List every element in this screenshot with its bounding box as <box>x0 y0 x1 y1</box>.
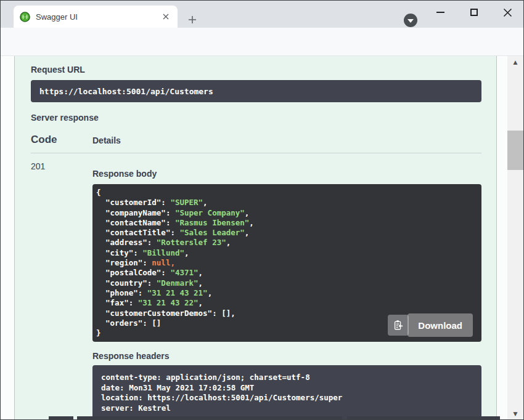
browser-window: Swagger UI <box>0 0 524 420</box>
code-column-header: Code <box>31 134 92 146</box>
tab-overflow-button[interactable] <box>404 14 417 27</box>
minimize-button[interactable] <box>432 6 448 19</box>
browser-toolbar: localhost:5001/swagger/index.html <box>1 28 523 56</box>
close-icon <box>503 8 512 17</box>
response-body-label: Response body <box>92 161 481 179</box>
swagger-opblock-panel: Request URL https://localhost:5001/api/C… <box>14 56 497 419</box>
next-section-sliver <box>347 416 500 419</box>
swagger-favicon-icon <box>20 12 30 22</box>
scroll-down-icon[interactable]: ▼ <box>507 408 523 419</box>
page-scrollbar[interactable]: ▲ ▼ <box>507 56 523 419</box>
maximize-button[interactable] <box>466 6 482 19</box>
download-button[interactable]: Download <box>407 313 473 337</box>
status-code: 201 <box>31 161 92 419</box>
tab-title: Swagger UI <box>36 12 160 22</box>
browser-tab[interactable]: Swagger UI <box>14 6 178 28</box>
request-url-value: https://localhost:5001/api/Customers <box>31 80 481 102</box>
title-bar: Swagger UI <box>1 1 523 28</box>
request-url-label: Request URL <box>31 65 481 75</box>
copy-to-clipboard-button[interactable] <box>388 315 409 336</box>
response-table-header: Code Details <box>31 134 481 153</box>
page-viewport: Request URL https://localhost:5001/api/C… <box>1 56 523 419</box>
scroll-up-icon[interactable]: ▲ <box>507 57 523 67</box>
minimize-icon <box>436 12 444 13</box>
scrollbar-thumb[interactable] <box>507 131 523 170</box>
response-details-cell: Response body { "customerId": "SUPER", "… <box>92 161 481 419</box>
close-button[interactable] <box>499 6 515 19</box>
next-section-sliver <box>49 416 73 419</box>
next-section-sliver <box>77 416 342 419</box>
new-tab-button[interactable] <box>186 14 199 26</box>
details-column-header: Details <box>92 134 121 146</box>
chevron-down-icon <box>407 19 414 23</box>
maximize-icon <box>470 9 478 16</box>
response-row: 201 Response body { "customerId": "SUPER… <box>31 161 481 419</box>
tab-close-icon[interactable] <box>160 11 171 22</box>
response-headers-block: content-type: application/json; charset=… <box>92 365 481 419</box>
response-headers-label: Response headers <box>92 351 481 361</box>
server-response-label: Server response <box>31 113 481 123</box>
response-body-block: { "customerId": "SUPER", "companyName": … <box>92 184 481 342</box>
clipboard-copy-icon <box>393 320 404 331</box>
